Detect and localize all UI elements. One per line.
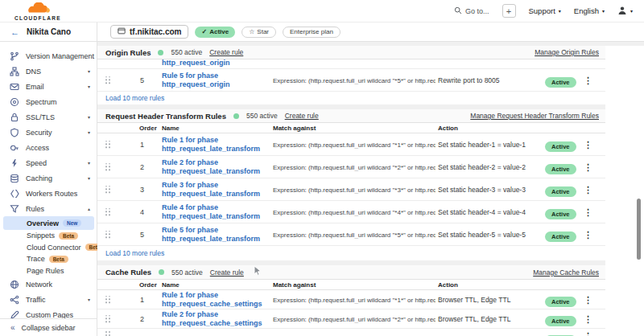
rule-menu-button[interactable]: ⋮ — [584, 162, 592, 172]
drag-handle[interactable] — [105, 141, 110, 148]
workers-icon — [10, 189, 19, 199]
sidebar-item-cloud-connector[interactable]: Cloud Connector Beta — [0, 242, 97, 254]
sidebar-item-speed[interactable]: Speed ▾ — [0, 155, 97, 170]
rule-menu-button[interactable]: ⋮ — [584, 294, 592, 305]
transform-rules-header: Request Header Transform Rules 550 activ… — [97, 109, 605, 123]
rule-action: Set static header-4 = value-4 — [438, 208, 543, 216]
sidebar-item-access[interactable]: Access — [0, 140, 97, 155]
user-icon — [617, 6, 627, 17]
rule-name-link[interactable]: Rule 1 for phase http_request_late_trans… — [162, 135, 271, 154]
load-more-rules-link[interactable]: Load 10 more rules — [97, 246, 605, 260]
sidebar-item-caching[interactable]: Caching ▾ — [0, 170, 97, 186]
star-button[interactable]: ☆ Star — [242, 27, 276, 38]
rule-order: 1 — [140, 141, 144, 149]
rule-name-link[interactable]: Rule 3 for phase http_request_late_trans… — [162, 180, 271, 199]
rule-name-link[interactable]: Rule 4 for phase http_request_late_trans… — [162, 203, 271, 221]
status-badge: Active — [545, 312, 576, 326]
drag-handle[interactable] — [105, 296, 110, 303]
status-badge: Active — [545, 227, 576, 242]
rule-name-link[interactable]: Rule 1 for phase http_request_cache_sett… — [162, 290, 271, 309]
lock-icon — [10, 113, 19, 122]
rule-menu-button[interactable]: ⋮ — [584, 229, 592, 240]
shield-icon — [10, 128, 19, 137]
table-row: 5 Rule 5 for phase http_request_late_tra… — [97, 223, 605, 246]
sidebar-item-dns[interactable]: DNS ▾ — [0, 64, 97, 79]
table-row: 1 Rule 1 for phase http_request_late_tra… — [97, 133, 605, 156]
rule-expression: Expression: (http.request.full_uri wildc… — [273, 76, 436, 84]
logo-wordmark: CLOUDFLARE — [14, 15, 61, 21]
cloudflare-logo[interactable]: CLOUDFLARE — [14, 2, 61, 21]
cloudflare-dashboard: CLOUDFLARE Go to... + Support ▾ English … — [0, 0, 644, 336]
rule-name-link[interactable]: Rule 2 for phase http_request_late_trans… — [162, 158, 271, 176]
drag-handle[interactable] — [105, 186, 110, 193]
sidebar-item-page-rules[interactable]: Page Rules — [0, 265, 97, 277]
add-site-button[interactable]: + — [502, 4, 516, 18]
sidebar-item-snippets[interactable]: Snippets Beta — [0, 230, 97, 242]
chevron-down-icon: ▾ — [88, 175, 90, 181]
sidebar-item-rules[interactable]: Rules ▴ — [0, 201, 97, 216]
create-rule-link[interactable]: Create rule — [210, 268, 244, 277]
rule-menu-button[interactable]: ⋮ — [584, 207, 592, 217]
chevron-down-icon: ▾ — [88, 160, 90, 166]
rule-name-link[interactable]: Rule 5 for phase http_request_late_trans… — [162, 225, 271, 244]
sidebar-item-traffic[interactable]: Traffic ▾ — [0, 292, 97, 307]
search-placeholder: Go to... — [465, 7, 489, 15]
active-dot-icon — [233, 113, 239, 119]
global-search[interactable]: Go to... — [454, 6, 489, 16]
new-badge: New — [63, 219, 81, 227]
table-row: 3 Rule 3 for phase http_request_late_tra… — [97, 178, 605, 201]
table-row: 2 Rule 2 for phase http_request_cache_se… — [97, 309, 605, 329]
rule-menu-button[interactable]: ⋮ — [584, 184, 592, 195]
create-rule-link[interactable]: Create rule — [209, 48, 243, 56]
rule-menu-button[interactable]: ⋮ — [584, 331, 592, 336]
back-arrow-icon[interactable]: ← — [10, 27, 19, 37]
rule-menu-button[interactable]: ⋮ — [584, 75, 592, 85]
origin-rules-header: Origin Rules 550 active Create rule Mana… — [97, 46, 605, 59]
drag-handle[interactable] — [105, 208, 110, 215]
manage-transform-rules-link[interactable]: Manage Request Header Transform Rules — [470, 112, 599, 120]
table-row-partial: http_request_origin — [97, 59, 605, 69]
load-more-rules-link[interactable]: Load 10 more rules — [97, 92, 605, 104]
sidebar-item-trace[interactable]: Trace Beta — [0, 253, 97, 265]
request-header-transform-rules-section: Request Header Transform Rules 550 activ… — [97, 109, 605, 260]
user-menu[interactable]: ▾ — [617, 6, 633, 17]
database-icon — [10, 174, 19, 183]
language-menu[interactable]: English ▾ — [574, 6, 605, 15]
chevron-down-icon: ▾ — [559, 8, 561, 14]
domain-selector[interactable]: tf.nikitac.com — [110, 25, 188, 39]
rule-name-link[interactable]: Rule 2 for phase http_request_cache_sett… — [162, 309, 271, 328]
rule-expression: Expression: (http.request.full_uri wildc… — [273, 296, 436, 303]
rule-name-link[interactable]: http_request_origin — [162, 59, 230, 67]
manage-cache-rules-link[interactable]: Manage Cache Rules — [533, 268, 599, 277]
rule-menu-button[interactable]: ⋮ — [584, 313, 592, 324]
drag-handle[interactable] — [105, 315, 110, 322]
rules-overview-content: Origin Rules 550 active Create rule Mana… — [97, 42, 644, 336]
rule-name-link[interactable]: Rule 5 for phase http_request_origin — [162, 71, 271, 89]
table-row: 4 Rule 4 for phase http_request_late_tra… — [97, 201, 605, 223]
drag-handle[interactable] — [105, 76, 110, 84]
sidebar-item-overview[interactable]: Overview New — [3, 216, 94, 230]
drag-handle[interactable] — [105, 163, 110, 170]
collapse-sidebar-button[interactable]: « Collapse sidebar — [0, 318, 97, 336]
share-nodes-icon — [10, 295, 19, 305]
sidebar-item-version-management[interactable]: Version Management — [0, 48, 97, 64]
sidebar-item-email[interactable]: Email ▾ — [0, 79, 97, 94]
table-row: 2 Rule 2 for phase http_request_late_tra… — [97, 156, 605, 178]
sidebar-item-security[interactable]: Security ▾ — [0, 125, 97, 140]
chevron-down-icon: ▾ — [630, 8, 633, 14]
rule-menu-button[interactable]: ⋮ — [584, 139, 592, 150]
sidebar-item-network[interactable]: Network — [0, 277, 97, 292]
vertical-scrollbar-thumb[interactable] — [637, 199, 641, 260]
sidebar-item-spectrum[interactable]: Spectrum — [0, 94, 97, 109]
sidebar-item-workers-routes[interactable]: Workers Routes — [0, 186, 97, 201]
manage-origin-rules-link[interactable]: Manage Origin Rules — [535, 48, 599, 56]
create-rule-link[interactable]: Create rule — [285, 112, 319, 120]
drag-handle[interactable] — [105, 231, 110, 238]
drag-handle[interactable] — [105, 331, 110, 336]
status-badge: Active — [545, 331, 576, 336]
support-menu[interactable]: Support ▾ — [529, 6, 561, 15]
chevron-down-icon: ▾ — [88, 68, 90, 74]
rule-action: Browser TTL, Edge TTL — [438, 315, 543, 323]
sidebar-item-ssl-tls[interactable]: SSL/TLS ▾ — [0, 109, 97, 125]
git-branch-icon — [10, 51, 19, 61]
